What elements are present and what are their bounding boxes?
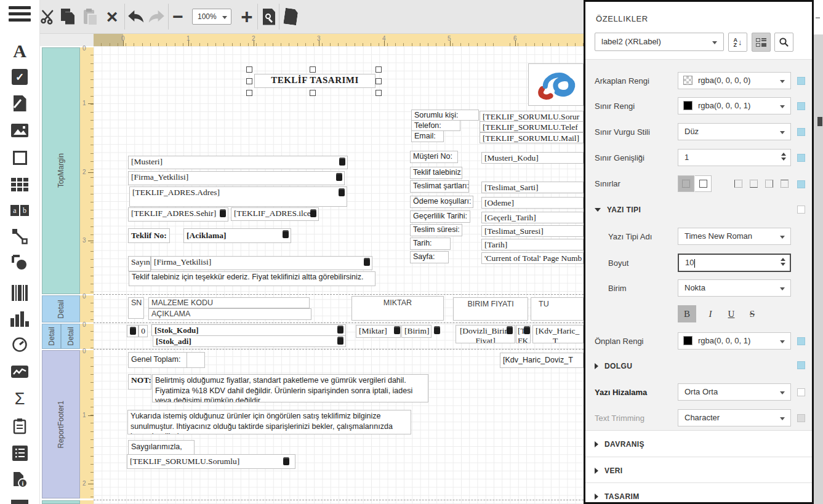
border-style-select[interactable]: Düz bbox=[678, 123, 791, 140]
spinner-arrows-icon[interactable] bbox=[781, 153, 786, 161]
borders-all-dotted-button[interactable] bbox=[678, 175, 694, 192]
info-label[interactable]: Müşteri No: bbox=[410, 151, 458, 163]
detail-row-index-cell[interactable]: 0 bbox=[139, 325, 148, 337]
text-trimming-select[interactable]: Character bbox=[678, 409, 791, 426]
barcode-tool[interactable] bbox=[0, 281, 39, 305]
strikethrough-button[interactable]: S bbox=[743, 305, 761, 322]
panel-tool[interactable] bbox=[0, 146, 39, 169]
stok-kodu-cell[interactable]: [Stok_Kodu] bbox=[151, 324, 346, 336]
property-set-indicator[interactable] bbox=[797, 128, 805, 136]
info-value[interactable]: [Musteri_Kodu] bbox=[481, 152, 584, 164]
property-set-indicator[interactable] bbox=[797, 414, 805, 422]
category-view-button[interactable] bbox=[752, 33, 771, 52]
sehir-field[interactable]: [TEKLIF_ADRES.Sehir] bbox=[128, 207, 228, 222]
band-top-margin[interactable]: TopMargin bbox=[42, 47, 80, 294]
aciklama-field[interactable]: [Aciklama] bbox=[183, 228, 291, 243]
report-title-label[interactable]: TEKLİF TASARIMI bbox=[254, 74, 375, 88]
musteri-field[interactable]: [Musteri] bbox=[128, 156, 348, 169]
not-text[interactable]: Belirtmiş olduğumuz fiyatlar, standart p… bbox=[152, 374, 428, 402]
bold-button[interactable]: B bbox=[678, 305, 696, 322]
selection-handle[interactable] bbox=[375, 78, 382, 84]
paste-button[interactable] bbox=[79, 4, 102, 29]
teklif-no-label[interactable]: Teklif No: bbox=[128, 228, 170, 243]
selected-element-select[interactable]: label2 (XRLabel) bbox=[595, 33, 724, 51]
property-set-indicator[interactable] bbox=[797, 337, 805, 345]
band-detail-header[interactable]: Detail bbox=[42, 295, 80, 322]
not-label[interactable]: NOT: bbox=[128, 374, 151, 390]
stok-adi-cell[interactable]: [Stok_adi] bbox=[153, 335, 346, 347]
contact-label[interactable]: Telefon: bbox=[411, 120, 460, 131]
fill-section-header[interactable]: DOLGU bbox=[595, 362, 632, 370]
selection-handle[interactable] bbox=[375, 66, 382, 73]
label-tool[interactable]: A bbox=[0, 39, 39, 63]
borders-right-button[interactable] bbox=[761, 175, 777, 192]
info-label[interactable]: Teklif talebiniz: bbox=[410, 167, 462, 179]
font-size-input[interactable]: 10 bbox=[678, 254, 791, 272]
band-bottom-margin[interactable] bbox=[42, 500, 80, 504]
border-width-spinner[interactable]: 1 bbox=[678, 149, 791, 166]
info-value[interactable]: [Tarih] bbox=[481, 239, 584, 250]
richtext-tool[interactable] bbox=[0, 92, 39, 115]
spinner-arrows-icon[interactable] bbox=[781, 258, 785, 266]
undo-button[interactable] bbox=[125, 4, 147, 29]
border-color-select[interactable]: rgba(0, 0, 0, 1) bbox=[678, 97, 791, 114]
info-label[interactable]: Sayfa: bbox=[410, 251, 449, 263]
selection-handle[interactable] bbox=[246, 78, 252, 84]
info-value[interactable]: [Teslimat_Sarti] bbox=[481, 182, 584, 193]
t-cell[interactable]: [TFK bbox=[516, 325, 531, 343]
thanks-text[interactable]: Teklif talebiniz için teşekkür ederiz. F… bbox=[129, 271, 375, 286]
selection-handle[interactable] bbox=[310, 66, 316, 73]
sorumlu-field[interactable]: [TEKLIF_SORUMLU.Sorumlu] bbox=[127, 454, 295, 469]
selection-handle[interactable] bbox=[375, 90, 382, 96]
checkbox-tool[interactable]: ✓ bbox=[0, 65, 39, 89]
info-label[interactable]: Teslimat şartları: bbox=[410, 180, 469, 193]
info-value[interactable]: [Geçerli_Tarih] bbox=[481, 212, 584, 223]
detail-row-icon-cell[interactable] bbox=[127, 325, 139, 337]
background-color-select[interactable]: rgba(0, 0, 0, 0) bbox=[678, 72, 791, 89]
property-set-indicator[interactable] bbox=[797, 77, 805, 85]
copy-button[interactable] bbox=[57, 4, 79, 29]
partial-tool-icon[interactable] bbox=[11, 500, 28, 504]
property-set-indicator[interactable] bbox=[797, 361, 805, 369]
company-logo-box[interactable] bbox=[528, 63, 584, 106]
kdv-haric-cell[interactable]: [Kdv_Haric_T bbox=[532, 325, 584, 343]
font-name-select[interactable]: Times New Roman bbox=[678, 228, 791, 245]
col-header-sn[interactable]: SN bbox=[128, 297, 144, 319]
borders-left-button[interactable] bbox=[730, 175, 747, 192]
band-detail-row-inner[interactable]: Detail bbox=[61, 324, 80, 349]
foreground-color-select[interactable]: rgba(0, 0, 0, 1) bbox=[678, 332, 791, 350]
character-comb-tool[interactable]: ab bbox=[0, 199, 39, 222]
contact-label[interactable]: Sorumlu kişi: bbox=[411, 110, 479, 121]
font-unit-select[interactable]: Nokta bbox=[678, 279, 791, 297]
firma-yetkilisi-field[interactable]: [Firma_Yetkilisi] bbox=[128, 171, 345, 185]
info-label[interactable]: Geçerlilik Tarihi: bbox=[410, 210, 470, 223]
band-report-footer[interactable]: ReportFooter1 bbox=[42, 350, 80, 498]
data-section-header[interactable]: VERI bbox=[595, 466, 623, 475]
property-set-indicator[interactable] bbox=[797, 388, 805, 396]
pageinfo-tool[interactable]: i bbox=[0, 468, 39, 492]
picture-tool[interactable] bbox=[0, 119, 39, 142]
selection-handle[interactable] bbox=[310, 90, 316, 96]
property-set-indicator[interactable] bbox=[797, 180, 805, 188]
zoom-level-select[interactable]: 100% bbox=[192, 9, 231, 25]
underline-button[interactable]: U bbox=[722, 305, 741, 322]
firma-yetkilisi-field-2[interactable]: [Firma_Yetkilisi] bbox=[151, 256, 372, 270]
regards-label[interactable]: Saygılarımızla, bbox=[128, 440, 195, 455]
summary-tool[interactable]: Σ bbox=[0, 387, 39, 410]
band-detail-row-outer[interactable]: Detail bbox=[42, 324, 61, 349]
selection-handle[interactable] bbox=[246, 66, 252, 73]
toc-tool[interactable] bbox=[0, 441, 39, 465]
contact-value[interactable]: [TEKLIF_SORUMLU.Telef bbox=[480, 121, 584, 132]
chart-tool[interactable] bbox=[0, 307, 39, 330]
font-section-header[interactable]: YAZI TIPI bbox=[595, 206, 641, 214]
sort-alphabetical-button[interactable]: AZ ↓ bbox=[728, 33, 747, 52]
zoom-out-button[interactable]: − bbox=[167, 4, 189, 29]
design-section-header[interactable]: TASARIM bbox=[595, 492, 640, 501]
behavior-section-header[interactable]: DAVRANIŞ bbox=[595, 440, 644, 449]
contact-value[interactable]: [TEKLIF_SORUMLU.Mail] bbox=[480, 132, 584, 143]
delete-button[interactable]: × bbox=[101, 4, 123, 29]
main-menu-button[interactable] bbox=[9, 6, 31, 22]
borders-top-button[interactable] bbox=[776, 175, 793, 192]
col-header-miktar[interactable]: MIKTAR bbox=[351, 296, 444, 321]
ilce-field[interactable]: [TEKLIF_ADRES.ilce] bbox=[231, 207, 319, 221]
